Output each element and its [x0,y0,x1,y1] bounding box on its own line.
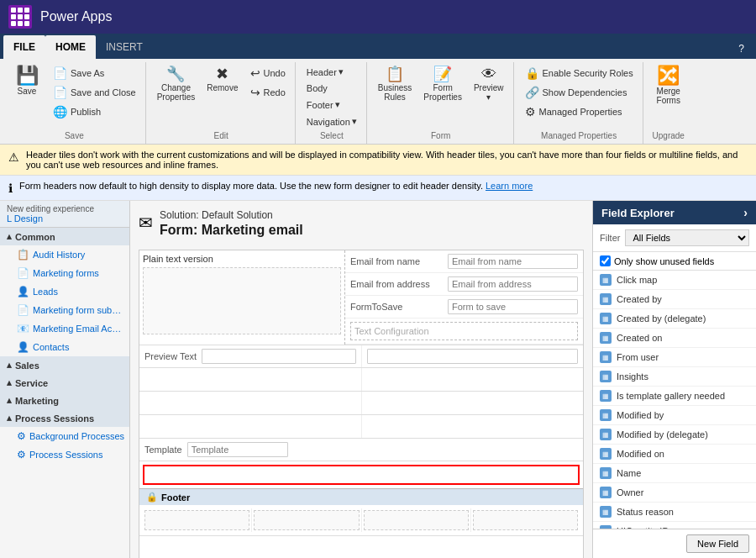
common-chevron: ▴ [7,231,12,242]
ribbon-group-managed: 🔒 Enable Security Roles 🔗 Show Dependenc… [516,62,643,144]
fe-item-modified-by[interactable]: ▦ Modified by [593,406,756,425]
ribbon-group-form: 📋 BusinessRules 📝 FormProperties 👁 Previ… [369,62,514,144]
footer-field-1[interactable] [144,510,249,530]
email-from-addr-input[interactable] [448,276,578,292]
sidebar: New editing experience L Design ▴ Common… [0,201,130,558]
empty-cell-1 [139,368,362,391]
sidebar-item-marketing-email[interactable]: 📧 Marketing Email Activ... [0,319,129,338]
learn-more-link[interactable]: Learn more [486,181,533,191]
save-icon: 💾 [16,66,39,85]
tab-file[interactable]: FILE [3,35,45,59]
business-rules-button[interactable]: 📋 BusinessRules [374,64,417,104]
audit-history-icon: 📋 [17,249,29,261]
sidebar-item-background-processes[interactable]: ⚙ Background Processes [0,427,129,445]
save-button[interactable]: 💾 Save [8,64,45,98]
ribbon-tabs: FILE HOME INSERT ? [0,34,756,59]
empty-cell-2 [362,368,584,391]
footer-cell-2 [252,508,361,532]
remove-button[interactable]: ✖ Remove [202,64,242,95]
leads-icon: 👤 [17,286,29,297]
sidebar-item-marketing-forms[interactable]: 📄 Marketing forms [0,264,129,282]
form-to-save-input[interactable] [448,299,578,314]
sidebar-section-sales[interactable]: ▴ Sales [0,356,129,374]
design-link[interactable]: L Design [7,213,123,224]
footer-dropdown[interactable]: Footer ▾ [302,97,361,113]
fe-item-template-gallery[interactable]: ▦ Is template gallery needed [593,387,756,406]
selected-row[interactable] [143,465,580,485]
sidebar-section-marketing[interactable]: ▴ Marketing [0,392,129,409]
sidebar-section-common[interactable]: ▴ Common [0,228,129,245]
sidebar-item-contacts[interactable]: 👤 Contacts [0,338,129,356]
save-close-button[interactable]: 📄 Save and Close [49,83,140,102]
redo-button[interactable]: ↪ Redo [246,83,290,102]
tab-insert[interactable]: INSERT [96,35,153,59]
template-input[interactable] [187,442,288,457]
sidebar-section-service[interactable]: ▴ Service [0,374,129,392]
fe-item-name-icon: ▦ [600,467,612,479]
preview-text-input[interactable] [202,349,355,364]
fe-item-insights[interactable]: ▦ Insights [593,367,756,387]
text-config-placeholder: Text Configuration [350,322,578,340]
form-properties-button[interactable]: 📝 FormProperties [419,64,466,104]
fe-filter-row: Filter All Fields [593,224,756,252]
business-rules-label: BusinessRules [378,83,412,102]
change-properties-button[interactable]: 🔧 ChangeProperties [153,64,200,104]
tab-home[interactable]: HOME [45,35,96,59]
fe-item-uic-entity[interactable]: ▦ UIC entity ID [593,522,756,529]
field-explorer-chevron[interactable]: › [743,206,748,219]
merge-forms-button[interactable]: 🔀 MergeForms [650,64,687,108]
waffle-menu[interactable] [8,5,32,29]
form-name: Form: Marketing email [160,223,303,238]
new-field-button[interactable]: New Field [686,534,749,553]
save-as-button[interactable]: 📄 Save As [49,64,140,82]
footer-field-2[interactable] [254,510,359,530]
fe-item-created-on[interactable]: ▦ Created on [593,329,756,348]
editing-experience-label: New editing experience [7,204,123,213]
sidebar-item-audit-history[interactable]: 📋 Audit History [0,245,129,264]
fe-item-modified-by-delegate[interactable]: ▦ Modified by (delegate) [593,425,756,445]
email-from-name-input[interactable] [448,254,578,269]
show-deps-button[interactable]: 🔗 Show Dependencies [521,83,638,102]
sidebar-section-process-sessions[interactable]: ▴ Process Sessions [0,409,129,427]
fe-item-from-user[interactable]: ▦ From user [593,348,756,367]
fe-item-modified-on[interactable]: ▦ Modified on [593,445,756,464]
managed-props-button[interactable]: ⚙ Managed Properties [521,103,638,121]
service-chevron: ▴ [7,377,12,388]
fe-item-click-map-icon: ▦ [600,274,612,286]
sidebar-item-leads[interactable]: 👤 Leads [0,282,129,301]
fe-unused-checkbox[interactable] [600,255,611,266]
navigation-dropdown[interactable]: Navigation ▾ [302,113,361,129]
fe-item-click-map[interactable]: ▦ Click map [593,271,756,290]
preview-button[interactable]: 👁 Preview ▾ [470,64,508,104]
enable-security-button[interactable]: 🔒 Enable Security Roles [521,64,638,82]
fe-item-from-user-icon: ▦ [600,351,612,363]
fe-item-owner[interactable]: ▦ Owner [593,483,756,503]
fe-item-status-reason[interactable]: ▦ Status reason [593,503,756,522]
plain-text-area[interactable] [143,267,341,334]
merge-icon: 🔀 [657,66,680,85]
undo-button[interactable]: ↩ Undo [246,64,290,82]
fe-item-created-by[interactable]: ▦ Created by [593,290,756,309]
ribbon-group-save-label: Save [65,131,84,142]
deps-label: Show Dependencies [543,87,627,97]
publish-button[interactable]: 🌐 Publish [49,103,140,121]
remove-icon: ✖ [216,66,228,82]
preview-text-right-input[interactable] [367,349,579,364]
undo-label: Undo [264,68,286,78]
help-button[interactable]: ? [730,39,753,59]
header-dropdown[interactable]: Header ▾ [302,64,361,80]
fe-filter-select[interactable]: All Fields [625,229,749,246]
fe-item-created-by-icon: ▦ [600,293,612,305]
fe-item-created-by-delegate[interactable]: ▦ Created by (delegate) [593,309,756,329]
form-row-empty3 [139,415,583,439]
navigation-arrow: ▾ [352,116,357,127]
footer-field-3[interactable] [364,510,469,530]
contacts-icon: 👤 [17,341,29,353]
fe-filter-label: Filter [600,233,620,243]
fe-item-name[interactable]: ▦ Name [593,464,756,483]
sidebar-item-process-sessions[interactable]: ⚙ Process Sessions [0,445,129,464]
sidebar-item-marketing-form-subm[interactable]: 📄 Marketing form subm... [0,301,129,319]
select-col: Header ▾ Body Footer ▾ Navigation ▾ [302,64,361,129]
footer-field-4[interactable] [473,510,578,530]
body-button[interactable]: Body [302,81,361,96]
